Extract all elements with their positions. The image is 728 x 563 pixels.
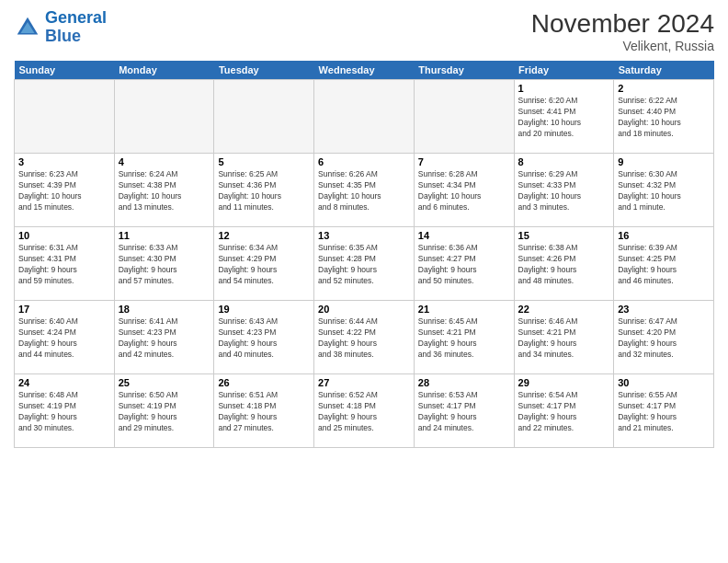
logo-line2: Blue: [45, 27, 81, 45]
day-info: Sunrise: 6:28 AM Sunset: 4:34 PM Dayligh…: [418, 169, 510, 213]
day-info: Sunrise: 6:45 AM Sunset: 4:21 PM Dayligh…: [418, 316, 510, 361]
day-number: 5: [218, 156, 310, 167]
calendar-cell: [15, 80, 115, 154]
day-number: 29: [518, 377, 610, 388]
calendar-cell: 6Sunrise: 6:26 AM Sunset: 4:35 PM Daylig…: [314, 154, 415, 227]
location: Velikent, Russia: [531, 39, 714, 53]
day-info: Sunrise: 6:20 AM Sunset: 4:41 PM Dayligh…: [518, 96, 610, 140]
month-title: November 2024: [531, 9, 714, 39]
day-info: Sunrise: 6:34 AM Sunset: 4:29 PM Dayligh…: [218, 243, 310, 287]
day-number: 9: [618, 156, 710, 167]
calendar-table: SundayMondayTuesdayWednesdayThursdayFrid…: [14, 61, 714, 448]
day-number: 17: [18, 304, 110, 315]
logo: General Blue: [14, 9, 107, 46]
col-header-friday: Friday: [514, 61, 614, 80]
header-row: SundayMondayTuesdayWednesdayThursdayFrid…: [15, 61, 714, 80]
day-info: Sunrise: 6:33 AM Sunset: 4:30 PM Dayligh…: [119, 243, 210, 287]
day-info: Sunrise: 6:47 AM Sunset: 4:20 PM Dayligh…: [618, 316, 710, 361]
calendar-cell: 14Sunrise: 6:36 AM Sunset: 4:27 PM Dayli…: [414, 227, 514, 301]
calendar-cell: 15Sunrise: 6:38 AM Sunset: 4:26 PM Dayli…: [514, 227, 614, 301]
calendar-cell: 27Sunrise: 6:52 AM Sunset: 4:18 PM Dayli…: [314, 374, 415, 448]
day-number: 16: [618, 230, 710, 241]
day-info: Sunrise: 6:48 AM Sunset: 4:19 PM Dayligh…: [18, 390, 110, 434]
week-row-4: 24Sunrise: 6:48 AM Sunset: 4:19 PM Dayli…: [15, 374, 714, 448]
col-header-thursday: Thursday: [414, 61, 514, 80]
day-info: Sunrise: 6:52 AM Sunset: 4:18 PM Dayligh…: [318, 390, 410, 434]
calendar-cell: [114, 80, 214, 154]
calendar-cell: 10Sunrise: 6:31 AM Sunset: 4:31 PM Dayli…: [15, 227, 115, 301]
calendar-cell: 9Sunrise: 6:30 AM Sunset: 4:32 PM Daylig…: [614, 154, 714, 227]
calendar-cell: 22Sunrise: 6:46 AM Sunset: 4:21 PM Dayli…: [514, 301, 614, 374]
col-header-tuesday: Tuesday: [214, 61, 314, 80]
calendar-cell: 13Sunrise: 6:35 AM Sunset: 4:28 PM Dayli…: [314, 227, 415, 301]
logo-text: General Blue: [45, 9, 107, 46]
calendar-cell: 20Sunrise: 6:44 AM Sunset: 4:22 PM Dayli…: [314, 301, 415, 374]
day-info: Sunrise: 6:35 AM Sunset: 4:28 PM Dayligh…: [318, 243, 410, 287]
col-header-saturday: Saturday: [614, 61, 714, 80]
day-info: Sunrise: 6:40 AM Sunset: 4:24 PM Dayligh…: [18, 316, 110, 361]
calendar-cell: 3Sunrise: 6:23 AM Sunset: 4:39 PM Daylig…: [15, 154, 115, 227]
calendar-cell: 17Sunrise: 6:40 AM Sunset: 4:24 PM Dayli…: [15, 301, 115, 374]
calendar-cell: 2Sunrise: 6:22 AM Sunset: 4:40 PM Daylig…: [614, 80, 714, 154]
calendar-cell: 25Sunrise: 6:50 AM Sunset: 4:19 PM Dayli…: [114, 374, 214, 448]
calendar-cell: 28Sunrise: 6:53 AM Sunset: 4:17 PM Dayli…: [414, 374, 514, 448]
calendar-cell: 7Sunrise: 6:28 AM Sunset: 4:34 PM Daylig…: [414, 154, 514, 227]
calendar-cell: 19Sunrise: 6:43 AM Sunset: 4:23 PM Dayli…: [214, 301, 314, 374]
page: General Blue November 2024 Velikent, Rus…: [0, 0, 728, 563]
day-number: 10: [18, 230, 110, 241]
day-number: 24: [18, 377, 110, 388]
day-number: 30: [618, 377, 710, 388]
calendar-cell: 5Sunrise: 6:25 AM Sunset: 4:36 PM Daylig…: [214, 154, 314, 227]
header: General Blue November 2024 Velikent, Rus…: [14, 9, 714, 53]
day-number: 15: [518, 230, 610, 241]
title-block: November 2024 Velikent, Russia: [531, 9, 714, 53]
calendar-cell: 23Sunrise: 6:47 AM Sunset: 4:20 PM Dayli…: [614, 301, 714, 374]
day-number: 8: [518, 156, 610, 167]
calendar-cell: 8Sunrise: 6:29 AM Sunset: 4:33 PM Daylig…: [514, 154, 614, 227]
day-number: 11: [119, 230, 210, 241]
calendar-cell: 12Sunrise: 6:34 AM Sunset: 4:29 PM Dayli…: [214, 227, 314, 301]
logo-line1: General: [45, 8, 107, 27]
calendar-cell: 30Sunrise: 6:55 AM Sunset: 4:17 PM Dayli…: [614, 374, 714, 448]
calendar-cell: 29Sunrise: 6:54 AM Sunset: 4:17 PM Dayli…: [514, 374, 614, 448]
day-number: 28: [418, 377, 510, 388]
week-row-3: 17Sunrise: 6:40 AM Sunset: 4:24 PM Dayli…: [15, 301, 714, 374]
col-header-wednesday: Wednesday: [314, 61, 415, 80]
day-info: Sunrise: 6:46 AM Sunset: 4:21 PM Dayligh…: [518, 316, 610, 361]
day-info: Sunrise: 6:39 AM Sunset: 4:25 PM Dayligh…: [618, 243, 710, 287]
day-info: Sunrise: 6:53 AM Sunset: 4:17 PM Dayligh…: [418, 390, 510, 434]
day-number: 3: [18, 156, 110, 167]
day-number: 12: [218, 230, 310, 241]
day-info: Sunrise: 6:24 AM Sunset: 4:38 PM Dayligh…: [119, 169, 210, 213]
calendar-cell: [414, 80, 514, 154]
day-number: 4: [119, 156, 210, 167]
day-info: Sunrise: 6:41 AM Sunset: 4:23 PM Dayligh…: [119, 316, 210, 361]
calendar-cell: [314, 80, 415, 154]
day-number: 19: [218, 304, 310, 315]
calendar-cell: 24Sunrise: 6:48 AM Sunset: 4:19 PM Dayli…: [15, 374, 115, 448]
week-row-1: 3Sunrise: 6:23 AM Sunset: 4:39 PM Daylig…: [15, 154, 714, 227]
calendar-cell: 26Sunrise: 6:51 AM Sunset: 4:18 PM Dayli…: [214, 374, 314, 448]
calendar-cell: 1Sunrise: 6:20 AM Sunset: 4:41 PM Daylig…: [514, 80, 614, 154]
calendar-cell: [214, 80, 314, 154]
day-number: 6: [318, 156, 410, 167]
day-number: 18: [119, 304, 210, 315]
day-number: 2: [618, 83, 710, 94]
day-info: Sunrise: 6:54 AM Sunset: 4:17 PM Dayligh…: [518, 390, 610, 434]
day-number: 1: [518, 83, 610, 94]
day-number: 21: [418, 304, 510, 315]
day-number: 7: [418, 156, 510, 167]
day-info: Sunrise: 6:36 AM Sunset: 4:27 PM Dayligh…: [418, 243, 510, 287]
day-number: 23: [618, 304, 710, 315]
day-number: 13: [318, 230, 410, 241]
day-info: Sunrise: 6:43 AM Sunset: 4:23 PM Dayligh…: [218, 316, 310, 361]
day-number: 22: [518, 304, 610, 315]
day-info: Sunrise: 6:30 AM Sunset: 4:32 PM Dayligh…: [618, 169, 710, 213]
col-header-sunday: Sunday: [15, 61, 115, 80]
calendar-cell: 21Sunrise: 6:45 AM Sunset: 4:21 PM Dayli…: [414, 301, 514, 374]
day-info: Sunrise: 6:44 AM Sunset: 4:22 PM Dayligh…: [318, 316, 410, 361]
day-info: Sunrise: 6:29 AM Sunset: 4:33 PM Dayligh…: [518, 169, 610, 213]
day-info: Sunrise: 6:22 AM Sunset: 4:40 PM Dayligh…: [618, 96, 710, 140]
logo-icon: [14, 14, 41, 41]
week-row-0: 1Sunrise: 6:20 AM Sunset: 4:41 PM Daylig…: [15, 80, 714, 154]
